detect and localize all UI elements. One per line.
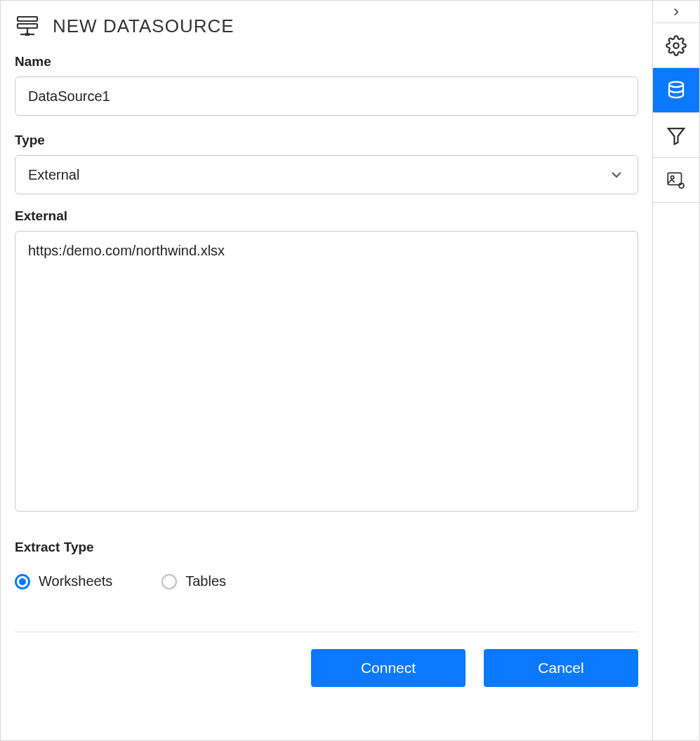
panel-header: NEW DATASOURCE	[15, 13, 638, 39]
radio-tables-label: Tables	[185, 573, 226, 589]
name-label: Name	[15, 54, 638, 69]
type-label: Type	[15, 133, 638, 148]
datasource-header-icon	[15, 13, 40, 39]
name-input[interactable]	[15, 76, 638, 116]
datasource-form-panel: NEW DATASOURCE Name Type External Extern…	[0, 0, 653, 741]
extract-type-radio-group: Worksheets Tables	[15, 573, 638, 589]
right-toolbar	[653, 0, 700, 741]
radio-worksheets-label: Worksheets	[39, 573, 112, 589]
external-url-textarea[interactable]	[15, 231, 638, 512]
footer-divider	[15, 632, 638, 632]
svg-rect-1	[18, 24, 37, 28]
footer-buttons: Connect Cancel	[15, 649, 638, 687]
svg-marker-7	[668, 128, 685, 145]
radio-tables-indicator	[161, 574, 177, 589]
svg-point-9	[671, 175, 674, 178]
chevron-down-icon	[608, 166, 625, 183]
toolbar-datasource[interactable]	[653, 68, 699, 113]
funnel-icon	[666, 125, 687, 146]
panel-title: NEW DATASOURCE	[53, 15, 235, 37]
svg-point-5	[673, 43, 679, 48]
image-gear-icon	[666, 170, 687, 191]
cancel-button[interactable]: Cancel	[484, 649, 638, 687]
svg-rect-0	[18, 17, 37, 21]
toolbar-settings[interactable]	[653, 23, 699, 68]
database-icon	[666, 80, 687, 101]
extract-type-label: Extract Type	[15, 540, 638, 555]
connect-button[interactable]: Connect	[311, 649, 465, 687]
toolbar-filter[interactable]	[653, 113, 699, 158]
svg-rect-8	[668, 173, 681, 185]
toolbar-image-settings[interactable]	[653, 158, 699, 203]
type-select-value: External	[28, 167, 79, 183]
toolbar-expand[interactable]	[653, 1, 699, 23]
radio-worksheets-indicator	[15, 574, 30, 589]
radio-tables[interactable]: Tables	[161, 573, 226, 589]
svg-point-6	[669, 81, 683, 87]
external-label: External	[15, 208, 638, 224]
radio-worksheets[interactable]: Worksheets	[15, 573, 112, 589]
gear-icon	[666, 35, 687, 56]
type-select[interactable]: External	[15, 155, 638, 194]
